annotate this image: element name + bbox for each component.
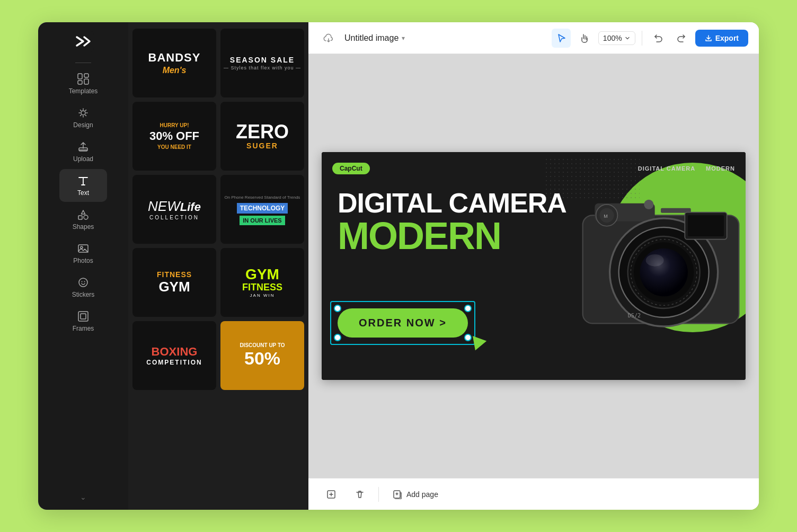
- shapes-icon: [77, 208, 90, 221]
- template-bandsy-brand: BANDSY: [148, 51, 201, 65]
- svg-text:DS/2: DS/2: [628, 313, 641, 318]
- delete-button[interactable]: [350, 486, 370, 502]
- svg-rect-1: [78, 74, 82, 79]
- svg-point-18: [644, 200, 653, 209]
- template-gymfit-gf1: GYM: [245, 267, 279, 282]
- sidebar: Templates Design Upload: [38, 22, 128, 510]
- sidebar-item-label: Design: [73, 121, 93, 129]
- svg-rect-8: [78, 216, 82, 219]
- template-bandsy-sub: Men's: [163, 66, 187, 75]
- export-button[interactable]: Export: [695, 30, 748, 47]
- template-card-zero[interactable]: ZERO SUGER: [220, 102, 304, 171]
- cloud-save-button[interactable]: [319, 29, 338, 48]
- svg-rect-14: [78, 312, 88, 321]
- topbar-tools: 100%: [552, 29, 748, 48]
- title-chevron-icon: ▾: [402, 34, 405, 42]
- sidebar-item-text[interactable]: Text: [59, 169, 107, 202]
- text-icon: [77, 174, 90, 187]
- template-gymfit-gf2: FITNESS: [242, 282, 282, 293]
- canvas-nav-item-camera: DIGITAL CAMERA: [638, 165, 695, 172]
- canvas-headline2: MODERN: [338, 217, 566, 255]
- svg-rect-4: [84, 79, 88, 84]
- app-logo[interactable]: [73, 31, 94, 52]
- topbar: Untitled image ▾: [308, 22, 759, 54]
- photos-icon: [77, 242, 90, 255]
- template-hurry-line2: 30% OFF: [149, 129, 199, 143]
- sidebar-item-label: Text: [77, 189, 89, 197]
- svg-rect-15: [81, 314, 86, 319]
- sidebar-item-design[interactable]: Design: [59, 101, 107, 134]
- canvas-nav-item-modern: MODERN: [706, 165, 735, 172]
- template-boxing-bx2: COMPETITION: [146, 359, 202, 366]
- canvas-headline1: DIGITAL CAMERA: [338, 189, 566, 217]
- svg-point-7: [84, 215, 88, 219]
- svg-point-5: [81, 111, 85, 115]
- template-card-newlife[interactable]: NEWLife COLLECTION: [132, 175, 216, 244]
- export-label: Export: [715, 34, 739, 42]
- template-tech-caption: On Phone Reserved Standard of Trends: [222, 194, 304, 201]
- canvas-headline: DIGITAL CAMERA MODERN: [338, 189, 566, 255]
- zoom-chevron-icon: [624, 35, 631, 41]
- template-card-hurry[interactable]: HURRY UP! 30% OFF YOU NEED IT: [132, 102, 216, 171]
- selection-handle-tr[interactable]: [464, 305, 472, 312]
- sidebar-scroll-down[interactable]: ⌄: [76, 489, 91, 506]
- svg-point-13: [84, 281, 85, 282]
- sidebar-item-photos[interactable]: Photos: [59, 237, 107, 270]
- template-card-season[interactable]: SEASON SALE — Styles that flex with you …: [220, 29, 304, 97]
- sidebar-item-frames[interactable]: Frames: [59, 305, 107, 338]
- redo-button[interactable]: [672, 29, 691, 48]
- topbar-divider: [642, 31, 642, 46]
- canvas-area[interactable]: CapCut DIGITAL CAMERA MODERN DIGITAL CAM…: [308, 54, 759, 478]
- template-card-tech[interactable]: On Phone Reserved Standard of Trends TEC…: [220, 175, 304, 244]
- template-card-fitgym[interactable]: FITNESS GYM: [132, 248, 216, 317]
- template-tech-t1: TECHNOLOGY: [237, 203, 288, 214]
- template-discount-d2: 50%: [244, 348, 280, 369]
- bottom-divider: [378, 487, 379, 502]
- bottom-bar: Add page: [308, 478, 759, 510]
- canvas-cta-wrapper[interactable]: ORDER NOW >: [338, 308, 468, 338]
- svg-point-25: [646, 254, 664, 267]
- sidebar-item-stickers[interactable]: Stickers: [59, 271, 107, 304]
- svg-point-11: [79, 278, 87, 287]
- canvas-topnav: CapCut DIGITAL CAMERA MODERN: [332, 163, 735, 174]
- sidebar-item-label: Frames: [73, 325, 94, 332]
- sidebar-item-templates[interactable]: Templates: [59, 67, 107, 100]
- design-icon: [77, 107, 90, 119]
- selection-handle-tl[interactable]: [334, 305, 341, 312]
- template-newlife-nl2: COLLECTION: [149, 215, 199, 220]
- template-card-gymfit[interactable]: GYM FITNESS JAN WIN: [220, 248, 304, 317]
- template-hurry-line3: YOU NEED IT: [157, 144, 191, 150]
- template-zero-z1: ZERO: [236, 122, 289, 141]
- template-card-boxing[interactable]: BOXING COMPETITION: [132, 321, 216, 390]
- svg-rect-2: [78, 81, 82, 84]
- document-title[interactable]: Untitled image ▾: [344, 33, 405, 43]
- canvas-frame[interactable]: CapCut DIGITAL CAMERA MODERN DIGITAL CAM…: [322, 152, 746, 380]
- add-page-button[interactable]: Add page: [387, 486, 444, 502]
- svg-point-12: [82, 281, 83, 282]
- canvas-cta-button[interactable]: ORDER NOW >: [338, 308, 468, 338]
- zoom-control[interactable]: 100%: [598, 31, 635, 45]
- svg-text:M: M: [604, 214, 608, 219]
- sidebar-item-upload[interactable]: Upload: [59, 135, 107, 168]
- pan-tool-button[interactable]: [575, 29, 594, 48]
- canvas-selection-box: ORDER NOW >: [338, 308, 468, 338]
- sidebar-divider: [75, 63, 91, 63]
- export-icon: [705, 34, 712, 42]
- pointer-tool-button[interactable]: [552, 29, 571, 48]
- sidebar-item-label: Upload: [73, 155, 93, 163]
- template-season-title: SEASON SALE: [230, 56, 295, 64]
- trash-icon: [355, 490, 365, 499]
- template-season-sub: — Styles that flex with you —: [224, 65, 301, 70]
- main-content: Untitled image ▾: [308, 22, 759, 510]
- sidebar-item-label: Shapes: [73, 223, 94, 230]
- template-boxing-bx1: BOXING: [152, 345, 198, 359]
- undo-button[interactable]: [649, 29, 668, 48]
- template-card-discount[interactable]: DISCOUNT UP TO 50%: [220, 321, 304, 390]
- template-card-bandsy[interactable]: BANDSY Men's: [132, 29, 216, 97]
- sidebar-item-shapes[interactable]: Shapes: [59, 203, 107, 236]
- stickers-icon: [77, 276, 90, 289]
- selection-handle-bl[interactable]: [334, 334, 341, 341]
- add-to-favorites-button[interactable]: [321, 486, 341, 502]
- sidebar-item-label: Templates: [69, 87, 98, 95]
- template-fitgym-fg1: FITNESS: [157, 270, 192, 279]
